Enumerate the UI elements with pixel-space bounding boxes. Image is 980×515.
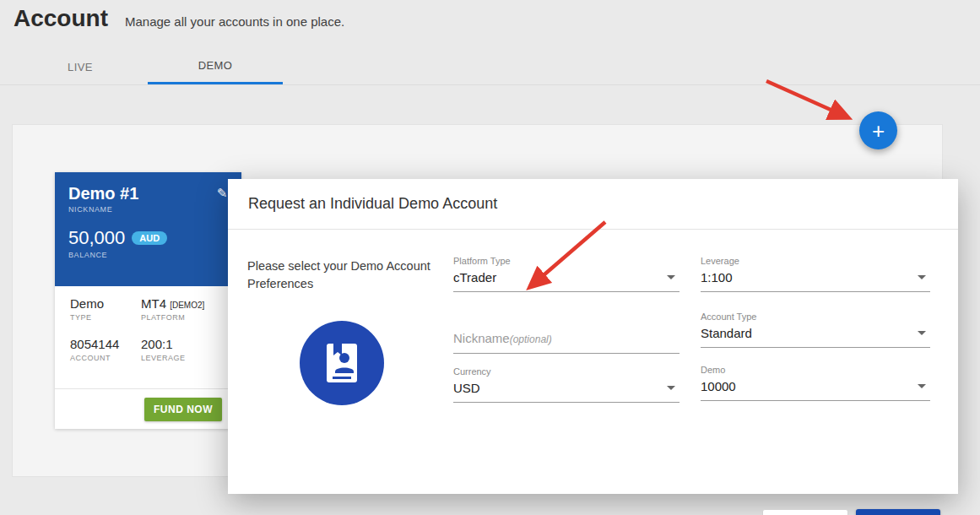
account-type-field-label: Account Type [701, 312, 930, 322]
balance-row: 50,000 AUD [68, 227, 228, 249]
leverage-field-value: 1:100 [701, 270, 733, 285]
demo-account-modal: Request an Individual Demo Account Pleas… [228, 179, 958, 494]
currency-select[interactable]: Currency USD [453, 366, 680, 403]
chevron-down-icon [918, 384, 926, 388]
balance-label: BALANCE [68, 251, 228, 259]
chevron-down-icon [667, 386, 675, 390]
account-type-field-value: Standard [701, 326, 752, 340]
leverage-cell: 200:1 LEVERAGE [141, 337, 226, 362]
account-card-actions: FUND NOW [55, 388, 241, 429]
account-card-info: Demo TYPE MT4 [DEMO2] PLATFORM 8054144 A… [55, 286, 241, 388]
account-balance: 50,000 [68, 227, 125, 249]
leverage-label: LEVERAGE [141, 354, 226, 362]
platform-type-value: cTrader [453, 270, 496, 285]
currency-label: Currency [453, 366, 680, 377]
demo-account-card: Demo #1 NICKNAME ✎ 50,000 AUD BALANCE De… [55, 172, 241, 429]
modal-header: Request an Individual Demo Account [228, 179, 958, 230]
currency-value: USD [453, 381, 480, 395]
demo-balance-value: 10000 [701, 379, 736, 393]
plus-icon: + [872, 120, 885, 142]
submit-button[interactable]: SUBMIT [856, 509, 940, 515]
demo-balance-select[interactable]: Demo 10000 [701, 365, 930, 401]
nickname-label: NICKNAME [68, 205, 228, 214]
platform-value: MT4 [DEMO2] [141, 296, 226, 311]
nickname-input[interactable]: Nickname(optional) [453, 327, 680, 354]
chevron-down-icon [667, 275, 675, 279]
arrow-to-fab [766, 81, 846, 117]
leverage-field-label: Leverage [701, 256, 930, 266]
leverage-select[interactable]: Leverage 1:100 [701, 256, 930, 292]
page-header: Account Manage all your accounts in one … [14, 5, 344, 32]
page-subtitle: Manage all your accounts in one place. [125, 14, 344, 29]
modal-title: Request an Individual Demo Account [248, 195, 497, 213]
platform-cell: MT4 [DEMO2] PLATFORM [141, 296, 226, 322]
demo-balance-label: Demo [701, 365, 930, 375]
account-type-select[interactable]: Account Type Standard [701, 312, 930, 348]
modal-intro-text: Please select your Demo Account Preferen… [247, 258, 431, 292]
chevron-down-icon [918, 331, 926, 335]
platform-tag: [DEMO2] [170, 301, 204, 310]
tab-live[interactable]: LIVE [13, 49, 148, 84]
page-title: Account [14, 5, 108, 32]
chevron-down-icon [918, 275, 926, 279]
account-type-label: TYPE [70, 313, 141, 322]
account-type-cell: Demo TYPE [70, 296, 141, 322]
account-name: Demo #1 [68, 184, 228, 203]
account-card-header: Demo #1 NICKNAME ✎ 50,000 AUD BALANCE [55, 172, 241, 286]
modal-body: Please select your Demo Account Preferen… [228, 230, 958, 494]
account-type-value: Demo [70, 296, 141, 311]
modal-buttons: CANCEL SUBMIT [762, 509, 940, 515]
account-number-cell: 8054144 ACCOUNT [70, 337, 141, 362]
platform-type-label: Platform Type [453, 256, 680, 266]
id-card-icon [300, 321, 384, 405]
leverage-value: 200:1 [141, 337, 226, 351]
cancel-button[interactable]: CANCEL [762, 509, 848, 515]
nickname-placeholder: Nickname(optional) [453, 331, 552, 346]
add-account-fab-button[interactable]: + [859, 111, 897, 149]
currency-badge: AUD [132, 231, 167, 245]
tabs-divider [0, 84, 980, 85]
account-tabs: LIVE DEMO [13, 49, 283, 84]
platform-label: PLATFORM [141, 313, 226, 322]
tab-demo[interactable]: DEMO [148, 49, 283, 84]
fund-now-button[interactable]: FUND NOW [144, 398, 222, 421]
account-number-value: 8054144 [70, 337, 141, 351]
account-page: Account Manage all your accounts in one … [0, 0, 980, 515]
account-number-label: ACCOUNT [70, 354, 141, 362]
platform-type-select[interactable]: Platform Type cTrader [453, 256, 680, 292]
